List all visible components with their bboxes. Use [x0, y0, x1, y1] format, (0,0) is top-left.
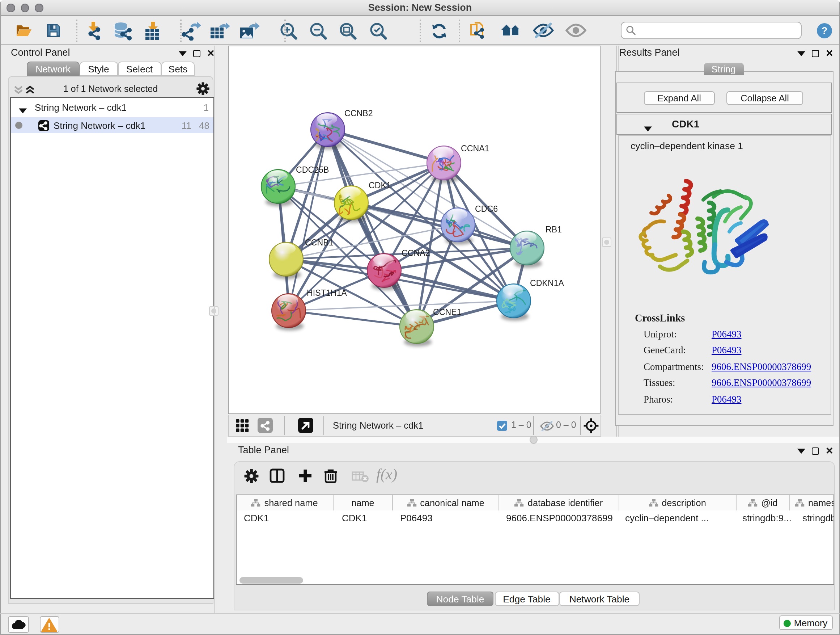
svg-text:CDC6: CDC6: [475, 204, 497, 213]
svg-text:HIST1H1A: HIST1H1A: [306, 288, 347, 297]
svg-text:CDKN1A: CDKN1A: [530, 278, 564, 287]
svg-text:CCNB2: CCNB2: [344, 108, 373, 118]
svg-text:CCNA2: CCNA2: [401, 248, 430, 257]
svg-text:CCNE1: CCNE1: [433, 307, 461, 317]
svg-text:CDK1: CDK1: [368, 180, 391, 190]
svg-text:CCNB1: CCNB1: [305, 238, 333, 247]
svg-text:CDC25B: CDC25B: [295, 165, 329, 174]
svg-text:RB1: RB1: [545, 225, 561, 234]
svg-text:CCNA1: CCNA1: [461, 143, 489, 153]
